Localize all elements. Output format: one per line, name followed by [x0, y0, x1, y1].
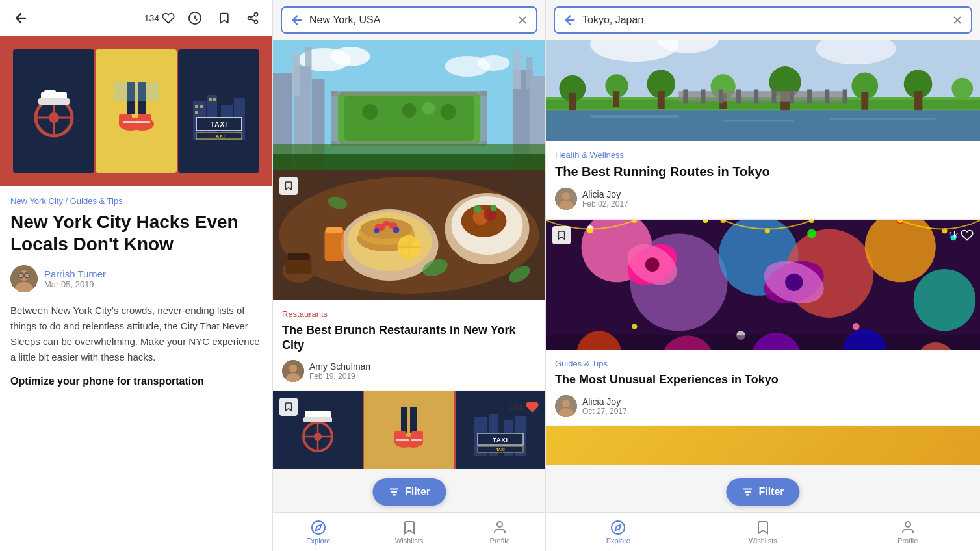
svg-point-197: [632, 324, 637, 329]
bookmark-button[interactable]: [215, 8, 233, 28]
hero-tile-1: [13, 49, 94, 173]
search-input-tokyo[interactable]: [582, 14, 946, 26]
svg-rect-29: [200, 105, 203, 108]
svg-point-53: [363, 104, 378, 120]
author-avatar-image: [10, 265, 38, 292]
nav-wishlists-tokyo[interactable]: Wishlists: [691, 520, 836, 545]
search-back-button-tokyo[interactable]: [563, 13, 577, 27]
svg-rect-96: [325, 229, 344, 261]
article-hero-image: TAXI TAXI: [0, 36, 272, 186]
ny-hacks-card-image: TAXI TAXI 134: [273, 391, 545, 469]
svg-rect-73: [273, 154, 545, 170]
wishlists-icon-ny: [402, 520, 417, 535]
tokyo-scroll-content: Health & Wellness The Best Running Route…: [546, 40, 980, 512]
close-icon-ny: [517, 14, 528, 26]
article-header: 134: [0, 0, 272, 36]
article-body: Between New York City's crowds, never-en…: [10, 303, 262, 365]
filter-button-ny[interactable]: Filter: [372, 478, 446, 506]
unusual-experiences-card[interactable]: 1k Guides & Tips The Most Unusual Experi…: [546, 220, 980, 425]
running-routes-author-row: Alicia Joy Feb 02, 2017: [555, 188, 971, 210]
svg-rect-122: [411, 439, 422, 441]
search-clear-button-ny[interactable]: [517, 14, 528, 26]
svg-rect-65: [481, 91, 487, 146]
search-input-ny[interactable]: [309, 14, 511, 26]
search-back-button-ny[interactable]: [290, 13, 304, 27]
download-button[interactable]: [185, 8, 205, 28]
nav-profile-ny[interactable]: Profile: [454, 520, 545, 545]
svg-rect-21: [123, 121, 138, 123]
nav-explore-label-ny: Explore: [306, 537, 330, 545]
breadcrumb: New York City / Guides & Tips: [10, 196, 262, 206]
brunch-author-date: Feb 19, 2019: [309, 372, 370, 381]
unusual-heart-icon: [961, 229, 974, 242]
svg-rect-170: [772, 89, 777, 103]
running-routes-category: Health & Wellness: [555, 150, 971, 160]
brunch-card-image: 7: [273, 170, 545, 300]
bookmark-icon-brunch: [283, 180, 294, 192]
brunch-card[interactable]: 7 Restaurants The Best Brunch Restaurant…: [273, 170, 545, 390]
nyc-aerial-photo: [273, 40, 545, 170]
nyc-city-illustration: [273, 40, 545, 170]
brunch-like-count[interactable]: 7: [518, 179, 539, 192]
svg-point-50: [478, 55, 510, 71]
svg-rect-165: [683, 89, 688, 103]
svg-line-5: [251, 15, 255, 17]
svg-rect-28: [195, 105, 198, 108]
svg-point-56: [422, 102, 435, 115]
unusual-category: Guides & Tips: [555, 359, 971, 368]
unusual-like-count[interactable]: 1k: [948, 229, 974, 242]
back-button[interactable]: [10, 8, 31, 29]
profile-icon-ny: [492, 520, 508, 535]
nav-explore-ny[interactable]: Explore: [273, 520, 364, 545]
ny-hacks-like-count[interactable]: 134: [508, 400, 539, 413]
svg-rect-70: [513, 50, 521, 89]
unusual-bookmark[interactable]: [552, 226, 571, 244]
unusual-like-number: 1k: [948, 230, 958, 240]
brunch-card-overlay: 7: [279, 177, 539, 195]
tokyo-canal-photo: [546, 40, 980, 141]
svg-rect-174: [843, 89, 847, 103]
share-button[interactable]: [244, 8, 262, 28]
search-bar-tokyo[interactable]: [554, 6, 972, 34]
svg-rect-23: [114, 82, 159, 101]
svg-rect-145: [723, 120, 794, 122]
running-routes-title: The Best Running Routes in Tokyo: [555, 164, 971, 180]
unusual-avatar-image: [555, 395, 577, 417]
unusual-author-name: Alicia Joy: [582, 396, 627, 407]
bookmark-icon: [218, 11, 231, 25]
brunch-bookmark[interactable]: [279, 177, 298, 195]
svg-point-57: [441, 104, 456, 120]
running-routes-card[interactable]: Health & Wellness The Best Running Route…: [546, 141, 980, 218]
bottom-nav-tokyo: Explore Wishlists Profile: [546, 512, 980, 551]
svg-rect-64: [331, 91, 338, 146]
running-routes-author-name: Alicia Joy: [582, 189, 628, 199]
author-name[interactable]: Parrish Turner: [44, 268, 106, 279]
brunch-author-info: Amy Schulman Feb 19, 2019: [309, 361, 370, 381]
search-bar-ny[interactable]: [281, 6, 537, 34]
brunch-author-name: Amy Schulman: [309, 361, 370, 372]
ny-hacks-overlay: 134: [279, 398, 539, 416]
author-row: Parrish Turner Mar 05, 2019: [10, 265, 262, 292]
svg-rect-68: [292, 53, 300, 96]
unusual-card-overlay: 1k: [552, 226, 974, 244]
search-clear-button-tokyo[interactable]: [951, 14, 963, 26]
article-panel: 134: [0, 0, 273, 551]
share-icon: [246, 11, 259, 25]
svg-point-83: [383, 221, 391, 226]
download-icon: [188, 11, 202, 25]
running-routes-author-info: Alicia Joy Feb 02, 2017: [582, 189, 628, 209]
nav-explore-tokyo[interactable]: Explore: [546, 520, 691, 545]
svg-rect-120: [411, 431, 423, 443]
svg-point-48: [331, 47, 370, 66]
ny-hacks-card[interactable]: TAXI TAXI 134: [273, 391, 545, 469]
svg-text:TAXI: TAXI: [210, 121, 227, 128]
header-right: 134: [144, 8, 262, 28]
explore-icon-tokyo: [610, 520, 626, 535]
svg-rect-97: [326, 227, 343, 233]
ny-hacks-bookmark[interactable]: [279, 398, 298, 416]
nav-wishlists-ny[interactable]: Wishlists: [364, 520, 455, 545]
svg-line-43: [18, 275, 19, 276]
nav-profile-tokyo[interactable]: Profile: [835, 520, 980, 545]
filter-button-tokyo[interactable]: Filter: [726, 478, 799, 506]
svg-rect-171: [790, 89, 794, 103]
